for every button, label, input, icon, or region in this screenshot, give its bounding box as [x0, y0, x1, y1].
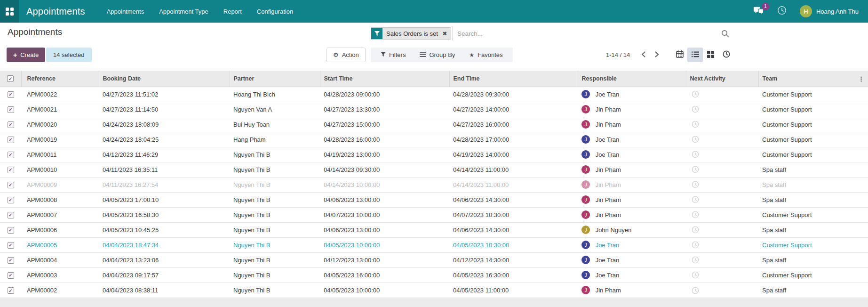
activity-clock-view-icon — [723, 50, 730, 59]
activity-clock-icon[interactable] — [692, 196, 699, 203]
menu-configuration[interactable]: Configuration — [249, 0, 301, 23]
search-input[interactable] — [452, 26, 718, 40]
kanban-view-button[interactable] — [703, 48, 718, 62]
column-header-team[interactable]: Team ⋮ — [758, 71, 868, 87]
table-row[interactable]: APM00019 04/24/2023 18:04:25 Hang Pham 0… — [0, 132, 868, 147]
cell-next-activity — [686, 147, 758, 162]
table-row[interactable]: APM00004 04/04/2023 13:23:06 Nguyen Thi … — [0, 252, 868, 267]
cell-reference: APM00008 — [21, 192, 99, 207]
table-row[interactable]: APM00020 04/24/2023 18:08:09 Bui Huy Toa… — [0, 117, 868, 132]
user-avatar: H — [800, 5, 812, 17]
appointments-table-body: APM00022 04/27/2023 11:51:02 Hoang Thi B… — [0, 87, 868, 298]
table-row[interactable]: APM00021 04/27/2023 11:14:50 Nguyen Van … — [0, 102, 868, 117]
row-checkbox[interactable] — [8, 121, 14, 128]
column-header-next-activity[interactable]: Next Activity — [686, 71, 758, 87]
messages-button[interactable]: 1 — [754, 6, 764, 17]
calendar-view-button[interactable] — [672, 48, 687, 62]
cell-end-time: 04/12/2023 14:30:00 — [449, 252, 578, 267]
menu-appointment-type[interactable]: Appointment Type — [151, 0, 216, 23]
row-checkbox[interactable] — [8, 91, 14, 98]
menu-report[interactable]: Report — [216, 0, 249, 23]
cell-partner: Nguyen Thi B — [230, 147, 320, 162]
favorites-button[interactable]: ★ Favorites — [462, 48, 510, 62]
cell-start-time: 04/27/2023 13:30:00 — [320, 102, 449, 117]
pager-previous-button[interactable] — [637, 48, 650, 62]
column-header-partner[interactable]: Partner — [230, 71, 320, 87]
menu-appointments[interactable]: Appointments — [99, 0, 152, 23]
activity-view-button[interactable] — [718, 48, 734, 62]
cell-reference: APM00006 — [21, 222, 99, 237]
activity-clock-icon[interactable] — [692, 211, 699, 218]
table-row[interactable]: APM00005 04/04/2023 18:47:34 Nguyen Thi … — [0, 237, 868, 252]
row-checkbox[interactable] — [8, 287, 14, 294]
row-checkbox[interactable] — [8, 197, 14, 203]
table-row[interactable]: APM00007 04/05/2023 16:58:30 Nguyen Thi … — [0, 207, 868, 222]
activity-clock-icon[interactable] — [692, 226, 699, 234]
pager-next-button[interactable] — [650, 48, 664, 62]
activity-clock-icon[interactable] — [692, 151, 699, 158]
selected-count-badge[interactable]: 14 selected — [46, 48, 92, 62]
table-row[interactable]: APM00009 04/11/2023 16:27:54 Nguyen Thi … — [0, 177, 868, 192]
activity-clock-icon[interactable] — [692, 105, 699, 113]
chevron-right-icon — [655, 51, 659, 59]
action-button[interactable]: ⚙ Action — [326, 48, 366, 62]
row-checkbox[interactable] — [8, 167, 14, 173]
row-checkbox[interactable] — [8, 257, 14, 264]
app-brand[interactable]: Appointments — [26, 6, 85, 17]
activity-clock-icon[interactable] — [692, 90, 699, 98]
row-checkbox[interactable] — [8, 272, 14, 279]
cell-booking-date: 04/04/2023 13:23:06 — [99, 252, 230, 267]
activity-clock-icon[interactable] — [692, 241, 699, 249]
facet-remove-icon[interactable]: ✖ — [442, 28, 451, 39]
column-header-booking-date[interactable]: Booking Date — [99, 71, 230, 87]
row-checkbox[interactable] — [8, 137, 14, 143]
column-header-start-time[interactable]: Start Time — [320, 71, 449, 87]
activity-clock-icon[interactable] — [692, 287, 699, 294]
table-row[interactable]: APM00003 04/04/2023 09:17:57 Nguyen Thi … — [0, 267, 868, 283]
calendar-icon — [676, 50, 684, 59]
star-icon: ★ — [469, 52, 474, 58]
activity-clock-icon[interactable] — [692, 181, 699, 188]
table-row[interactable]: APM00006 04/05/2023 10:45:25 Nguyen Thi … — [0, 222, 868, 237]
row-checkbox[interactable] — [8, 242, 14, 249]
cell-end-time: 04/06/2023 14:30:00 — [449, 222, 578, 237]
cell-next-activity — [686, 117, 758, 132]
table-row[interactable]: APM00022 04/27/2023 11:51:02 Hoang Thi B… — [0, 87, 868, 102]
create-button[interactable]: + Create — [7, 48, 45, 62]
filter-facet[interactable]: Sales Orders is set ✖ — [371, 27, 451, 40]
optional-columns-kebab-icon[interactable]: ⋮ — [858, 75, 864, 82]
table-row[interactable]: APM00010 04/11/2023 16:35:11 Nguyen Thi … — [0, 162, 868, 177]
row-checkbox[interactable] — [8, 227, 14, 234]
row-checkbox[interactable] — [8, 182, 14, 188]
column-header-responsible[interactable]: Responsible — [578, 71, 686, 87]
responsible-avatar: J — [581, 286, 590, 294]
table-row[interactable]: APM00008 04/05/2023 17:00:10 Nguyen Thi … — [0, 192, 868, 207]
column-header-reference[interactable]: Reference — [21, 71, 99, 87]
cell-booking-date: 04/11/2023 16:35:11 — [99, 162, 230, 177]
filters-button[interactable]: Filters — [374, 48, 413, 62]
row-checkbox[interactable] — [8, 106, 14, 113]
user-menu[interactable]: H Hoang Anh Thu — [800, 5, 859, 17]
pager-range[interactable]: 1-14 / 14 — [606, 51, 630, 58]
row-checkbox[interactable] — [8, 152, 14, 158]
group-by-button[interactable]: Group By — [413, 48, 462, 62]
cell-responsible: J Jin Pham — [578, 192, 686, 207]
activity-clock-icon[interactable] — [692, 271, 699, 279]
table-row[interactable]: APM00002 04/04/2023 08:38:11 Nguyen Thi … — [0, 283, 868, 298]
row-checkbox[interactable] — [8, 212, 14, 218]
list-view-button[interactable] — [687, 48, 703, 62]
select-all-checkbox[interactable] — [7, 75, 14, 82]
breadcrumb-row: Appointments Sales Orders is set ✖ — [0, 23, 868, 44]
activity-clock-icon[interactable] — [692, 166, 699, 173]
cell-team: Spa staff — [758, 283, 868, 298]
apps-menu-button[interactable] — [0, 0, 19, 23]
activity-clock-icon[interactable] — [692, 121, 699, 128]
table-row[interactable]: APM00011 04/12/2023 11:46:29 Nguyen Thi … — [0, 147, 868, 162]
cell-team: Customer Support — [758, 237, 868, 252]
search-icon[interactable] — [718, 30, 732, 38]
activities-button[interactable] — [777, 6, 787, 17]
activity-clock-icon[interactable] — [692, 256, 699, 264]
search-options-bar: Filters Group By ★ Favorites — [371, 48, 513, 62]
column-header-end-time[interactable]: End Time — [449, 71, 578, 87]
activity-clock-icon[interactable] — [692, 136, 699, 143]
